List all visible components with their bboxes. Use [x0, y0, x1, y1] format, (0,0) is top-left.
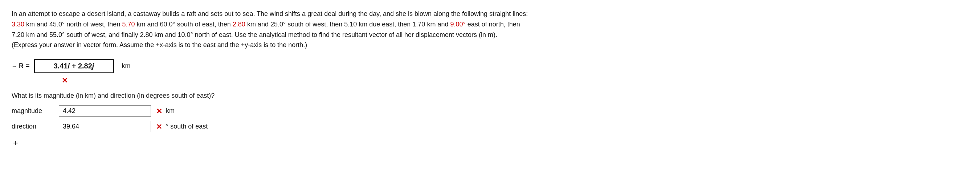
direction-row: direction ✕ ° south of east	[12, 121, 968, 132]
j-unit: j	[92, 62, 94, 70]
segment3-dir: km and 25.0° south of west, then 5.10 km…	[245, 20, 450, 28]
direction-incorrect-icon: ✕	[156, 122, 162, 131]
segment1-dist: 3.30	[12, 20, 24, 28]
segment2-dir: km and 60.0° south of east, then	[135, 20, 232, 28]
magnitude-row: magnitude ✕ km	[12, 106, 968, 117]
line2-text: 7.20 km and 55.0° south of west, and fin…	[12, 31, 497, 38]
segment1-dir: km and 45.0° north of west, then	[24, 20, 122, 28]
r-symbol: R	[19, 62, 24, 70]
segment2-dist: 5.70	[122, 20, 135, 28]
direction-input[interactable]	[59, 121, 151, 132]
segment4-angle: 9.00°	[450, 20, 465, 28]
direction-suffix: ° south of east	[166, 123, 208, 130]
line3-text: (Express your answer in vector form. Ass…	[12, 41, 307, 49]
r-arrow-icon: →	[12, 63, 17, 69]
section-question: What is its magnitude (in km) and direct…	[12, 92, 968, 99]
plus-sign: +	[12, 138, 968, 148]
magnitude-unit: km	[166, 107, 175, 115]
r-label: → R =	[12, 62, 30, 70]
answer-unit: km	[122, 62, 130, 70]
equals-sign: =	[26, 62, 30, 70]
x-mark-row: ✕	[12, 76, 968, 85]
segment4-dir: east of north, then	[466, 20, 520, 28]
magnitude-input[interactable]	[59, 106, 151, 117]
magnitude-incorrect-icon: ✕	[156, 107, 162, 115]
answer-incorrect-icon: ✕	[62, 76, 68, 85]
answer-row: → R = 3.41i + 2.82j km	[12, 59, 968, 73]
magnitude-label: magnitude	[12, 107, 55, 115]
segment3-dist: 2.80	[233, 20, 245, 28]
direction-label: direction	[12, 123, 55, 130]
problem-text: In an attempt to escape a desert island,…	[12, 9, 968, 50]
i-unit: i	[68, 62, 70, 70]
answer-box: 3.41i + 2.82j	[34, 59, 114, 73]
intro-text: In an attempt to escape a desert island,…	[12, 10, 528, 17]
